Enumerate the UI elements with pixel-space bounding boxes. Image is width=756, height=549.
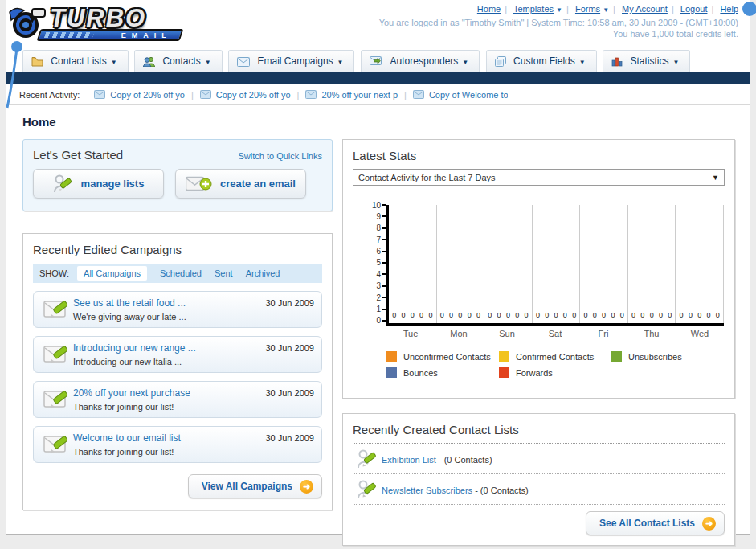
campaign-subtitle: Thanks for joining our list! <box>73 402 174 412</box>
top-nav-templates[interactable]: Templates <box>513 4 554 14</box>
logo-bar: EMAIL <box>37 29 184 41</box>
top-nav: Home| Templates ▼| Forms ▼| My Account| … <box>477 4 738 14</box>
legend-swatch <box>386 351 397 362</box>
bar-value-label: 0 <box>640 311 644 319</box>
top-nav-home[interactable]: Home <box>477 4 501 14</box>
legend-swatch <box>611 351 622 362</box>
campaign-date: 30 Jun 2009 <box>265 298 314 308</box>
filter-archived[interactable]: Archived <box>246 268 280 278</box>
recent-activity-item[interactable]: Copy of 20% off yo <box>94 90 185 100</box>
tab-statistics[interactable]: Statistics▼ <box>603 50 690 72</box>
chevron-down-icon: ▼ <box>205 59 211 66</box>
y-axis-tick-label: 2 <box>376 293 386 301</box>
tab-email-campaigns[interactable]: Email Campaigns▼ <box>228 50 354 72</box>
bar-value-labels: 00000 <box>581 311 627 319</box>
stats-panel-title: Latest Stats <box>353 149 725 162</box>
view-all-campaigns-button[interactable]: View All Campaigns ➜ <box>188 474 322 498</box>
create-email-button[interactable]: create an email <box>175 169 306 199</box>
see-all-contact-lists-button[interactable]: See All Contact Lists ➜ <box>586 511 725 535</box>
envelope-pencil-icon <box>41 298 73 321</box>
contact-list-count: - (0 Contacts) <box>436 455 492 465</box>
campaign-title[interactable]: Welcome to our email list <box>73 432 181 444</box>
bar-value-label: 0 <box>545 311 549 319</box>
y-axis-tick-label: 5 <box>376 259 386 267</box>
campaign-text: See us at the retail food ... We're givi… <box>73 296 265 323</box>
campaign-title[interactable]: 20% off your next purchase <box>73 387 190 399</box>
bar-value-label: 0 <box>572 311 576 319</box>
content-columns: Let's Get Started Switch to Quick Links … <box>22 137 734 546</box>
top-nav-help[interactable]: Help <box>720 4 738 14</box>
legend-label: Bounces <box>403 368 438 378</box>
recent-activity-item[interactable]: 20% off your next p <box>305 90 398 100</box>
campaign-title[interactable]: See us at the retail food ... <box>73 297 186 309</box>
bar-value-label: 0 <box>392 311 396 319</box>
campaign-row[interactable]: Introducing our new range ... Introducin… <box>33 336 322 373</box>
bar-value-label: 0 <box>449 311 453 319</box>
login-line2: You have 1,000 total credits left. <box>379 28 738 39</box>
bar-value-label: 0 <box>515 311 519 319</box>
get-started-title: Let's Get Started <box>33 148 123 162</box>
campaign-row[interactable]: See us at the retail food ... We're givi… <box>33 291 322 328</box>
recent-activity-item[interactable]: Copy of 20% off yo <box>200 90 291 100</box>
tab-custom-fields[interactable]: Custom Fields▼ <box>486 50 597 72</box>
bar-value-label: 0 <box>458 311 462 319</box>
stats-period-dropdown[interactable]: Contact Activity for the Last 7 Days ▼ <box>353 169 725 186</box>
recent-activity-bar: Recent Activity: Copy of 20% off yo | Co… <box>6 84 750 105</box>
recent-activity-text: 20% off your next p <box>321 90 398 100</box>
x-axis-tick-label: Mon <box>435 329 483 338</box>
chevron-down-icon: ▼ <box>603 6 609 14</box>
y-axis-tick-label: 1 <box>376 305 386 313</box>
tab-contacts[interactable]: Contacts▼ <box>134 50 223 72</box>
manage-lists-button[interactable]: manage lists <box>33 169 164 199</box>
contact-list-row[interactable]: Newsletter Subscribers - (0 Contacts) <box>353 474 725 505</box>
campaign-title[interactable]: Introducing our new range ... <box>73 342 196 354</box>
top-nav-logout[interactable]: Logout <box>680 4 708 14</box>
contact-list-name[interactable]: Newsletter Subscribers <box>382 485 472 495</box>
legend-item: Unsubscribes <box>611 351 724 362</box>
switch-quick-links-link[interactable]: Switch to Quick Links <box>238 151 322 161</box>
filter-all-campaigns[interactable]: All Campaigns <box>77 266 147 281</box>
contact-list-name[interactable]: Exhibition List <box>382 455 436 465</box>
envelope-pencil-icon <box>41 343 73 366</box>
logo-stripes <box>44 32 94 38</box>
view-all-campaigns-label: View All Campaigns <box>202 481 292 492</box>
campaign-row[interactable]: 20% off your next purchase Thanks for jo… <box>33 381 322 418</box>
filter-scheduled[interactable]: Scheduled <box>160 268 202 278</box>
bar-chart-icon <box>611 56 623 67</box>
bar-value-label: 0 <box>440 311 444 319</box>
tab-label: Contacts <box>162 55 200 67</box>
contact-list-row[interactable]: Exhibition List - (0 Contacts) <box>353 444 725 474</box>
get-started-panel: Let's Get Started Switch to Quick Links … <box>22 139 333 211</box>
tab-autoresponders[interactable]: Autoresponders▼ <box>361 50 480 72</box>
contact-lists-footer: See All Contact Lists ➜ <box>586 511 725 535</box>
bar-value-label: 0 <box>583 311 587 319</box>
y-axis-tick-label: 6 <box>376 248 386 256</box>
bar-value-labels: 00000 <box>629 311 675 319</box>
show-label: SHOW: <box>39 268 69 278</box>
create-email-label: create an email <box>220 178 296 190</box>
person-pencil-icon <box>53 174 74 194</box>
tab-contact-lists[interactable]: Contact Lists▼ <box>22 50 129 72</box>
y-axis-tick-label: 4 <box>376 270 386 278</box>
legend-label: Unsubscribes <box>628 352 682 362</box>
envelope-plus-icon <box>186 175 213 193</box>
latest-stats-panel: Latest Stats Contact Activity for the La… <box>342 139 735 399</box>
person-pencil-icon <box>354 479 382 500</box>
bar-value-label: 0 <box>602 311 606 319</box>
envelope-icon <box>305 90 317 99</box>
top-nav-my-account[interactable]: My Account <box>622 4 668 14</box>
top-nav-forms[interactable]: Forms <box>575 4 600 14</box>
chart-day-group: 00000 <box>628 205 676 323</box>
tab-label: Autoresponders <box>390 55 459 67</box>
recent-activity-item[interactable]: Copy of Welcome to <box>413 90 508 100</box>
envelope-arrow-icon <box>370 56 383 67</box>
recently-created-contact-lists-panel: Recently Created Contact Lists Exhibitio… <box>342 413 735 546</box>
decorative-corner-dot <box>742 2 756 16</box>
envelope-icon <box>94 90 105 99</box>
campaign-row[interactable]: Welcome to our email list Thanks for joi… <box>33 426 322 463</box>
filter-sent[interactable]: Sent <box>215 268 233 278</box>
chevron-down-icon: ▼ <box>111 59 117 66</box>
chart-y-axis: 109876543210 <box>366 201 386 325</box>
x-axis-tick-label: Tue <box>386 329 435 338</box>
bar-value-label: 0 <box>488 311 492 319</box>
